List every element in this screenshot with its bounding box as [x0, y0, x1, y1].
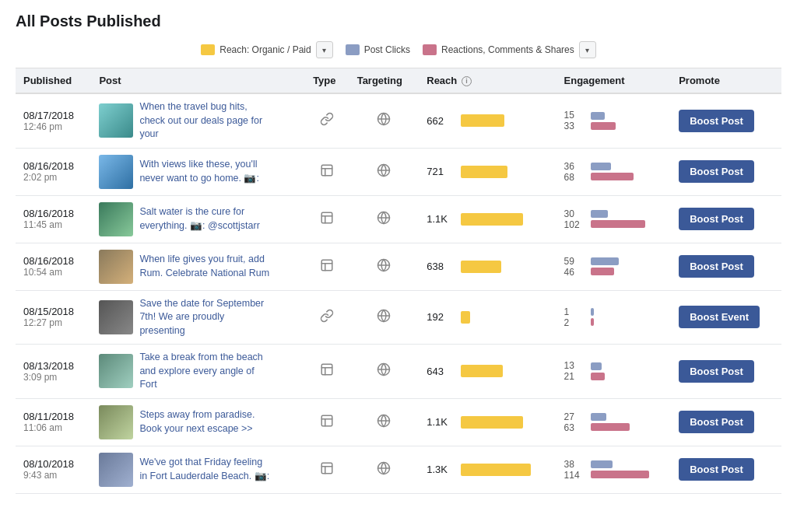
type-icon-cell [305, 290, 349, 345]
clicks-value: 1 [564, 306, 586, 317]
posts-table: Published Post Type Targeting Reach i En… [16, 68, 781, 494]
type-icon-cell [305, 446, 349, 493]
post-thumbnail [99, 453, 133, 487]
reach-cell: 662 [419, 93, 556, 148]
engagement-bars [591, 362, 605, 380]
engagement-cell: 36 68 [556, 148, 672, 195]
table-row: 08/15/2018 12:27 pm Save the date for Se… [16, 290, 781, 345]
reach-cell: 1.1K [419, 195, 556, 243]
engagement-bars [591, 257, 619, 275]
col-post: Post [91, 68, 305, 94]
svg-rect-8 [322, 260, 333, 271]
organic-bar [461, 166, 507, 178]
organic-dropdown[interactable]: ▾ [316, 41, 333, 58]
reach-cell: 721 [419, 148, 556, 195]
col-promote: Promote [671, 68, 781, 94]
boost-button[interactable]: Boost Post [679, 160, 754, 183]
targeting-icon-cell [349, 398, 420, 446]
post-thumbnail [99, 202, 133, 236]
clicks-value: 36 [564, 161, 586, 172]
boost-button[interactable]: Boost Post [679, 411, 754, 433]
reactions-dropdown[interactable]: ▾ [579, 41, 596, 58]
legend-reactions: Reactions, Comments & Shares ▾ [423, 41, 596, 58]
time-value: 11:45 am [23, 219, 83, 230]
reactions-bar [591, 471, 649, 478]
table-row: 08/11/2018 11:06 am Steps away from para… [16, 398, 781, 446]
post-thumbnail [99, 300, 133, 334]
svg-rect-13 [322, 365, 333, 376]
promote-cell: Boost Post [671, 148, 781, 195]
reach-cell: 643 [419, 345, 556, 399]
post-text[interactable]: With views like these, you'll never want… [139, 158, 270, 185]
col-engagement: Engagement [556, 68, 672, 94]
post-text[interactable]: Steps away from paradise. Book your next… [139, 408, 270, 436]
engagement-bars [591, 413, 630, 431]
post-thumbnail [99, 103, 133, 138]
reactions-value: 21 [564, 371, 586, 382]
reactions-bar [591, 173, 634, 180]
engagement-cell: 30 102 [556, 195, 672, 243]
reach-value: 662 [427, 115, 455, 127]
post-cell: When life gives you fruit, add Rum. Cele… [91, 243, 305, 290]
engagement-cell: 27 63 [556, 398, 672, 446]
type-icon-cell [305, 398, 349, 446]
organic-bar [461, 213, 523, 226]
legend-clicks: Post Clicks [346, 44, 410, 55]
post-text[interactable]: Salt water is the cure for everything. 📷… [139, 205, 270, 233]
boost-button[interactable]: Boost Post [679, 110, 754, 132]
time-value: 11:06 am [23, 422, 83, 433]
table-row: 08/16/2018 10:54 am When life gives you … [16, 243, 781, 290]
boost-button[interactable]: Boost Post [679, 208, 754, 230]
post-text[interactable]: Take a break from the beach and explore … [139, 351, 270, 392]
post-cell: With views like these, you'll never want… [91, 148, 305, 195]
clicks-value: 27 [564, 411, 586, 422]
date-cell: 08/11/2018 11:06 am [16, 398, 91, 446]
targeting-icon-cell [349, 345, 420, 399]
reactions-value: 33 [564, 121, 586, 131]
engagement-cell: 1 2 [556, 290, 672, 345]
post-text[interactable]: When the travel bug hits, check out our … [139, 100, 270, 142]
date-cell: 08/13/2018 3:09 pm [16, 345, 91, 399]
table-row: 08/17/2018 12:46 pm When the travel bug … [16, 93, 781, 148]
promote-cell: Boost Post [671, 93, 781, 148]
targeting-icon-cell [349, 446, 420, 493]
reach-cell: 1.1K [419, 398, 556, 446]
page-title: All Posts Published [16, 12, 781, 30]
type-icon-cell [305, 148, 349, 195]
organic-bar [461, 311, 470, 324]
reach-value: 643 [427, 366, 455, 377]
boost-button[interactable]: Boost Post [679, 458, 754, 481]
reactions-value: 102 [564, 219, 586, 230]
clicks-value: 15 [564, 110, 586, 121]
time-value: 3:09 pm [23, 372, 83, 383]
clicks-value: 30 [564, 208, 586, 219]
targeting-icon-cell [349, 93, 420, 148]
engagement-bars [591, 210, 645, 228]
post-cell: Save the date for September 7th! We are … [91, 290, 305, 345]
boost-button[interactable]: Boost Event [679, 306, 760, 328]
reactions-bar [591, 268, 614, 275]
clicks-bar [591, 163, 611, 170]
post-cell: Steps away from paradise. Book your next… [91, 398, 305, 446]
boost-button[interactable]: Boost Post [679, 255, 754, 278]
promote-cell: Boost Post [671, 345, 781, 399]
clicks-bar [591, 308, 594, 316]
post-text[interactable]: When life gives you fruit, add Rum. Cele… [139, 253, 270, 280]
date-value: 08/13/2018 [23, 360, 83, 372]
engagement-bars [591, 308, 594, 326]
clicks-bar [591, 112, 605, 120]
reach-cell: 638 [419, 243, 556, 290]
time-value: 9:43 am [23, 470, 83, 481]
organic-swatch [201, 44, 215, 55]
post-text[interactable]: We've got that Friday feeling in Fort La… [139, 456, 270, 483]
post-text[interactable]: Save the date for September 7th! We are … [139, 297, 270, 338]
clicks-bar [591, 257, 619, 265]
targeting-icon-cell [349, 195, 420, 243]
boost-button[interactable]: Boost Post [679, 360, 754, 383]
table-header: Published Post Type Targeting Reach i En… [16, 68, 781, 94]
col-reach: Reach i [419, 68, 556, 94]
reactions-bar [591, 122, 616, 130]
clicks-bar [591, 362, 602, 370]
clicks-bar [591, 460, 613, 468]
reach-value: 192 [427, 311, 455, 323]
